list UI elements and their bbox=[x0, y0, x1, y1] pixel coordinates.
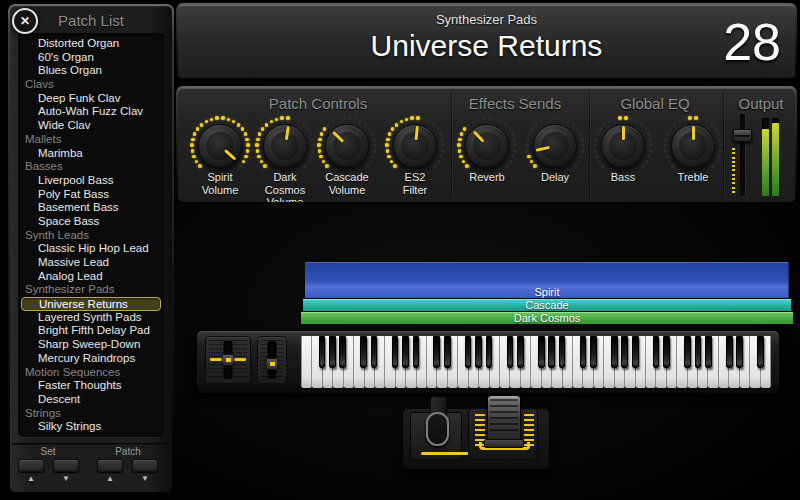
output-fader-scale bbox=[732, 148, 735, 195]
black-key[interactable] bbox=[736, 336, 743, 368]
patch-list-item[interactable]: Poly Fat Bass bbox=[18, 188, 164, 202]
black-key[interactable] bbox=[548, 336, 555, 368]
patch-list-item[interactable]: Marimba bbox=[18, 147, 164, 161]
output-fader-track[interactable] bbox=[740, 114, 745, 196]
sustain-indicator-line bbox=[421, 452, 470, 455]
patch-list-item[interactable]: Bright Fifth Delay Pad bbox=[18, 324, 164, 338]
patch-label: Patch bbox=[98, 446, 158, 457]
patch-down-button[interactable] bbox=[132, 459, 158, 472]
output-meter-left bbox=[762, 118, 769, 196]
patch-list-category[interactable]: Basses bbox=[18, 160, 164, 174]
patch-category-label: Synthesizer Pads bbox=[178, 12, 795, 27]
black-key[interactable] bbox=[580, 336, 587, 368]
black-key[interactable] bbox=[757, 336, 764, 368]
mod-thumb[interactable] bbox=[266, 358, 279, 370]
patch-list-item[interactable]: Distorted Organ bbox=[18, 37, 164, 51]
knob-es2-filter[interactable]: ES2Filter bbox=[382, 113, 448, 196]
patch-list-item[interactable]: 60's Organ bbox=[18, 51, 164, 65]
patch-list-category[interactable]: Strings bbox=[18, 407, 164, 421]
black-key[interactable] bbox=[339, 336, 346, 368]
patch-list-item[interactable]: Space Bass bbox=[18, 215, 164, 229]
set-down-button[interactable] bbox=[53, 459, 79, 472]
knob-treble[interactable]: Treble bbox=[660, 113, 726, 184]
section-title-effects-sends: Effects Sends bbox=[435, 95, 595, 112]
set-up-arrow-icon: ▲ bbox=[18, 474, 44, 483]
patch-list-item[interactable]: Universe Returns bbox=[21, 297, 161, 311]
output-fader-cap[interactable] bbox=[733, 129, 752, 142]
black-key[interactable] bbox=[486, 336, 493, 368]
patch-list-item[interactable]: Auto-Wah Fuzz Clav bbox=[18, 105, 164, 119]
black-key[interactable] bbox=[413, 336, 420, 368]
patch-list-category[interactable]: Motion Sequences bbox=[18, 366, 164, 380]
close-button[interactable]: ✕ bbox=[12, 8, 38, 34]
patch-list-item[interactable]: Basement Bass bbox=[18, 201, 164, 215]
expression-treadle[interactable] bbox=[487, 395, 521, 441]
black-key[interactable] bbox=[726, 336, 733, 368]
patch-list-category[interactable]: Synth Leads bbox=[18, 229, 164, 243]
set-up-button[interactable] bbox=[18, 459, 44, 472]
knob-bass[interactable]: Bass bbox=[590, 113, 656, 184]
black-key[interactable] bbox=[371, 336, 378, 368]
patch-list[interactable]: Distorted Organ60's OrganBlues OrganClav… bbox=[18, 33, 164, 437]
patch-list-item[interactable]: Faster Thoughts bbox=[18, 379, 164, 393]
patch-list-item[interactable]: Classic Hip Hop Lead bbox=[18, 242, 164, 256]
black-key[interactable] bbox=[517, 336, 524, 368]
layer-label: Cascade bbox=[303, 299, 791, 311]
black-key[interactable] bbox=[475, 336, 482, 368]
patch-list-category[interactable]: Synthesizer Pads bbox=[18, 283, 164, 297]
pitch-thumb[interactable] bbox=[222, 354, 235, 366]
knob-spirit-volume[interactable]: SpiritVolume bbox=[187, 113, 253, 196]
black-key[interactable] bbox=[507, 336, 514, 368]
set-label: Set bbox=[18, 446, 78, 457]
patch-list-category[interactable]: Clavs bbox=[18, 78, 164, 92]
black-key[interactable] bbox=[611, 336, 618, 368]
knob-cascade-volume[interactable]: CascadeVolume bbox=[314, 113, 380, 196]
black-key[interactable] bbox=[653, 336, 660, 368]
patch-list-category[interactable]: Mallets bbox=[18, 133, 164, 147]
knob-reverb[interactable]: Reverb bbox=[454, 113, 520, 184]
patch-list-item[interactable]: Deep Funk Clav bbox=[18, 92, 164, 106]
black-key[interactable] bbox=[632, 336, 639, 368]
knob-dark-cosmos-volume[interactable]: Dark CosmosVolume bbox=[252, 113, 318, 202]
patch-list-item[interactable]: Blues Organ bbox=[18, 64, 164, 78]
black-key[interactable] bbox=[329, 336, 336, 368]
pitch-bend-control[interactable] bbox=[205, 336, 251, 384]
black-key[interactable] bbox=[559, 336, 566, 368]
black-key[interactable] bbox=[465, 336, 472, 368]
black-key[interactable] bbox=[433, 336, 440, 368]
patch-list-item[interactable]: Descent bbox=[18, 393, 164, 407]
black-key[interactable] bbox=[392, 336, 399, 368]
black-key[interactable] bbox=[444, 336, 451, 368]
patch-list-item[interactable]: Analog Lead bbox=[18, 270, 164, 284]
header-panel: Synthesizer Pads Universe Returns 28 bbox=[176, 3, 797, 80]
sustain-pedal-foot[interactable] bbox=[426, 412, 449, 446]
black-key[interactable] bbox=[684, 336, 691, 368]
patch-down-arrow-icon: ▼ bbox=[132, 474, 158, 483]
mod-wheel-control[interactable] bbox=[257, 336, 287, 384]
black-key[interactable] bbox=[538, 336, 545, 368]
output-meter-right bbox=[772, 118, 779, 196]
black-key[interactable] bbox=[319, 336, 326, 368]
patch-up-button[interactable] bbox=[97, 459, 123, 472]
black-key[interactable] bbox=[402, 336, 409, 368]
controls-panel: Patch Controls Effects Sends Global EQ O… bbox=[176, 86, 797, 204]
patch-list-item[interactable]: Wide Clav bbox=[18, 119, 164, 133]
black-key[interactable] bbox=[695, 336, 702, 368]
patch-list-item[interactable]: Silky Strings bbox=[18, 420, 164, 434]
expression-treadle-base bbox=[484, 439, 524, 448]
black-key[interactable] bbox=[663, 336, 670, 368]
black-key[interactable] bbox=[621, 336, 628, 368]
piano-keys[interactable] bbox=[301, 336, 771, 388]
black-key[interactable] bbox=[705, 336, 712, 368]
black-key[interactable] bbox=[360, 336, 367, 368]
black-key[interactable] bbox=[590, 336, 597, 368]
patch-list-item[interactable]: Layered Synth Pads bbox=[18, 311, 164, 325]
knob-delay[interactable]: Delay bbox=[522, 113, 588, 184]
patch-list-item[interactable]: Massive Lead bbox=[18, 256, 164, 270]
patch-list-item[interactable]: Mercury Raindrops bbox=[18, 352, 164, 366]
layer-bar-cascade: Cascade bbox=[303, 299, 791, 311]
patch-list-item[interactable]: Liverpool Bass bbox=[18, 174, 164, 188]
white-key[interactable] bbox=[301, 336, 312, 388]
patch-list-item[interactable]: Sharp Sweep-Down bbox=[18, 338, 164, 352]
layer-label: Spirit bbox=[305, 286, 789, 298]
